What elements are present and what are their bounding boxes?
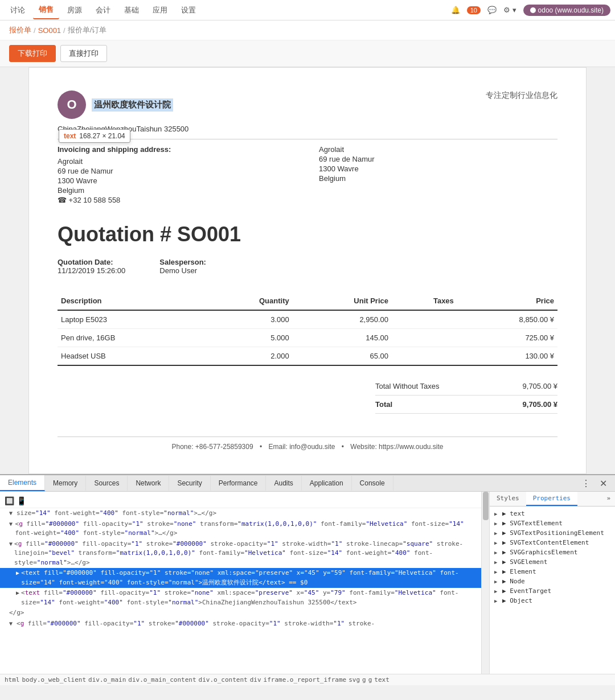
cell-unit-price: 2,950.00 <box>293 310 392 329</box>
nav-base[interactable]: 基础 <box>118 2 145 19</box>
devtools-tab-sources[interactable]: Sources <box>86 476 128 491</box>
breadcrumb-item-div.o_main[interactable]: div.o_main <box>88 676 126 683</box>
property-item[interactable]: ▶ SVGTextElement <box>490 518 615 528</box>
expand-triangle-5[interactable] <box>16 588 19 597</box>
notification-icon[interactable]: 🔔 <box>451 6 460 14</box>
devtools-tab-application[interactable]: Application <box>302 476 352 491</box>
nav-accounting[interactable]: 会计 <box>90 2 116 19</box>
property-item[interactable]: ▶ SVGTextContentElement <box>490 538 615 547</box>
property-item[interactable]: ▶ Element <box>490 567 615 577</box>
col-price: Price <box>457 292 557 310</box>
breadcrumb-item-div[interactable]: div <box>250 676 261 683</box>
code-line-6[interactable]: </g> <box>0 608 481 619</box>
breadcrumb-so001[interactable]: SO001 <box>38 26 61 35</box>
devtools-body: 🔲 📱 size="14" font-weight="400" font-sty… <box>0 492 615 674</box>
devtools-close-icon[interactable]: ✕ <box>596 476 610 491</box>
header-divider <box>58 139 557 139</box>
property-item[interactable]: ▶ SVGTextPositioningElement <box>490 528 615 538</box>
property-item[interactable]: ▶ EventTarget <box>490 586 615 596</box>
expand-triangle-7[interactable] <box>9 619 15 628</box>
devtools-tab-audits[interactable]: Audits <box>266 476 301 491</box>
breadcrumb-current: 报价单/订单 <box>68 25 107 35</box>
prop-label: ▶ Object <box>502 597 532 604</box>
totals-table: Total Without Taxes 9,705.00 ¥ Total 9,7… <box>375 377 557 414</box>
code-line-4-selected[interactable]: ▶ <text fill="#000000" fill-opacity="1" … <box>0 568 481 588</box>
quotation-date-value: 11/12/2019 15:26:00 <box>58 266 125 275</box>
company-logo: O <box>58 90 86 119</box>
breadcrumb-item-div.o_content[interactable]: div.o_content <box>199 676 248 683</box>
col-unit-price: Unit Price <box>293 292 392 310</box>
breadcrumb-item-div.o_main_content[interactable]: div.o_main_content <box>128 676 196 683</box>
devtools-more-icon[interactable]: ⋮ <box>578 476 594 491</box>
doc-header: O 温州欧度软件设计院 专注定制行业信息化 <box>58 90 557 119</box>
code-line-1[interactable]: size="14" font-weight="400" font-style="… <box>0 508 481 519</box>
devtools-tab-network[interactable]: Network <box>128 476 169 491</box>
devtools-tab-elements[interactable]: Elements <box>0 475 45 491</box>
inspect-icon[interactable]: 🔲 <box>5 496 14 505</box>
devtools-elements-pane: 🔲 📱 size="14" font-weight="400" font-sty… <box>0 492 482 674</box>
devtools-tab-performance[interactable]: Performance <box>211 476 266 491</box>
expand-triangle-1[interactable] <box>9 509 15 517</box>
prop-triangle <box>494 521 500 526</box>
settings-icon[interactable]: ⚙ ▾ <box>503 6 516 14</box>
download-print-button[interactable]: 下载打印 <box>9 45 56 62</box>
billing-label: Invoicing and shipping address: <box>58 145 296 154</box>
cell-taxes <box>392 347 457 366</box>
nav-sales[interactable]: 销售 <box>33 1 59 19</box>
property-item[interactable]: ▶ SVGGraphicsElement <box>490 547 615 557</box>
expand-triangle-3[interactable] <box>9 540 13 548</box>
tooltip-type: text <box>64 132 76 140</box>
nav-discuss[interactable]: 讨论 <box>5 2 31 19</box>
total-without-taxes-label: Total Without Taxes <box>375 382 439 390</box>
cell-quantity: 3.000 <box>204 310 292 329</box>
breadcrumb-item-svg[interactable]: svg <box>348 676 360 683</box>
property-item[interactable]: ▶ Object <box>490 596 615 606</box>
nav-settings[interactable]: 设置 <box>175 2 202 19</box>
billing-name: Agrolait <box>58 157 296 166</box>
breadcrumb-item-body.o_web_client[interactable]: body.o_web_client <box>22 676 87 683</box>
styles-tab[interactable]: Styles <box>490 492 526 506</box>
breadcrumb-item-g[interactable]: g <box>368 676 372 683</box>
expand-panel-button[interactable]: » <box>602 492 615 506</box>
nav-apps[interactable]: 应用 <box>147 2 173 19</box>
breadcrumb-quotations[interactable]: 报价单 <box>9 25 31 35</box>
nav-property[interactable]: 房源 <box>62 2 88 19</box>
devtools-breadcrumb: html body.o_web_client div.o_main div.o_… <box>0 674 615 685</box>
expand-triangle-2[interactable] <box>9 520 14 528</box>
quotation-table: Description Quantity Unit Price Taxes Pr… <box>58 292 557 366</box>
breadcrumb-item-text[interactable]: text <box>374 676 390 683</box>
breadcrumb-item-iframe.o_report_iframe[interactable]: iframe.o_report_iframe <box>264 676 347 683</box>
property-item[interactable]: ▶ Node <box>490 577 615 586</box>
direct-print-button[interactable]: 直接打印 <box>60 45 107 62</box>
prop-label: ▶ Node <box>502 578 525 585</box>
chat-icon[interactable]: 💬 <box>487 6 497 14</box>
code-line-2[interactable]: <g fill="#000000" fill-opacity="1" strok… <box>0 519 481 539</box>
devtools-scrollbar[interactable] <box>482 492 490 674</box>
user-avatar-dot <box>530 7 536 13</box>
property-item[interactable]: ▶ SVGElement <box>490 557 615 567</box>
code-line-7[interactable]: <g fill="#000000" fill-opacity="1" strok… <box>0 619 481 629</box>
devtools-panel: Elements Memory Sources Network Security… <box>0 474 615 685</box>
property-item[interactable]: ▶ text <box>490 509 615 518</box>
properties-list: ▶ text▶ SVGTextElement▶ SVGTextPositioni… <box>490 507 615 608</box>
devtools-tab-console[interactable]: Console <box>352 476 393 491</box>
device-icon[interactable]: 📱 <box>17 496 26 505</box>
salesperson-value: Demo User <box>159 266 206 275</box>
properties-tab[interactable]: Properties <box>526 492 577 506</box>
cell-description: Pen drive, 16GB <box>58 329 204 347</box>
cell-description: Headset USB <box>58 347 204 366</box>
salesperson-label: Salesperson: <box>159 258 206 266</box>
cell-taxes <box>392 310 457 329</box>
breadcrumb-item-html[interactable]: html <box>5 676 20 683</box>
breadcrumb-item-g[interactable]: g <box>362 676 366 683</box>
devtools-tab-security[interactable]: Security <box>169 476 210 491</box>
user-menu[interactable]: odoo (www.oudu.site) <box>523 5 610 16</box>
scrollbar-thumb[interactable] <box>483 492 489 520</box>
expand-triangle-4[interactable]: ▶ <box>16 569 19 577</box>
code-line-5[interactable]: <text fill="#000000" fill-opacity="1" st… <box>0 588 481 608</box>
devtools-tab-memory[interactable]: Memory <box>45 476 86 491</box>
code-line-3[interactable]: <g fill="#000000" fill-opacity="1" strok… <box>0 539 481 569</box>
devtools-properties-pane: Styles Properties » ▶ text▶ SVGTextEleme… <box>490 492 615 674</box>
prop-label: ▶ SVGElement <box>502 558 547 566</box>
cell-unit-price: 65.00 <box>293 347 392 366</box>
